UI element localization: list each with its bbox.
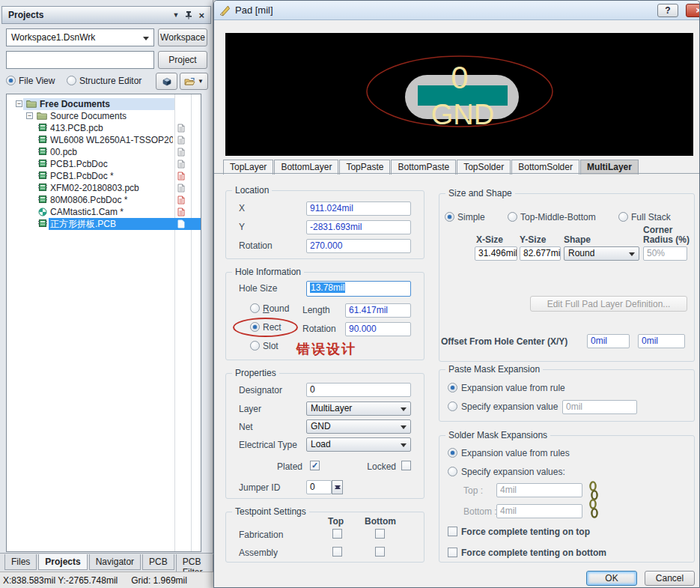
- close-button[interactable]: ×: [686, 4, 700, 17]
- hole-size-label: Hole Size: [239, 283, 277, 294]
- fabrication-label: Fabrication: [239, 530, 283, 540]
- doc-status-icon: [177, 160, 185, 169]
- fabrication-top-checkbox[interactable]: [332, 529, 342, 539]
- tree-item[interactable]: PCB1.PcbDoc *: [7, 170, 201, 182]
- tree-item[interactable]: 00.pcb: [7, 146, 201, 158]
- y-size-input[interactable]: 82.677mil: [520, 246, 561, 261]
- tree-group-row[interactable]: − Source Documents: [7, 110, 201, 122]
- panel-menu-chevron-down-icon[interactable]: ▼: [172, 11, 179, 19]
- designator-input[interactable]: 0: [306, 383, 411, 397]
- full-stack-radio[interactable]: [618, 212, 628, 222]
- solder-expansion-from-rules-radio[interactable]: [448, 448, 457, 458]
- rect-annotation-ellipse: [233, 318, 298, 337]
- tree-item[interactable]: 80M0806.PcbDoc *: [7, 194, 201, 206]
- hole-slot-radio[interactable]: [250, 341, 260, 351]
- layer-label: Layer: [239, 404, 261, 414]
- error-design-annotation: 错误设计: [296, 340, 356, 358]
- layer-tab-toppaste[interactable]: TopPaste: [339, 160, 390, 175]
- open-folder-icon-button[interactable]: ▼: [180, 73, 208, 90]
- pcb-doc-icon: [38, 219, 47, 227]
- paste-expansion-from-rule-radio[interactable]: [448, 383, 457, 392]
- hole-size-input[interactable]: 13.78mil: [306, 281, 411, 297]
- box-icon: [162, 77, 172, 86]
- jumper-id-input[interactable]: 0: [306, 480, 332, 494]
- fabrication-bottom-checkbox[interactable]: [375, 529, 385, 539]
- plated-checkbox[interactable]: ✓: [310, 461, 320, 470]
- project-search-input[interactable]: [6, 51, 154, 69]
- hole-round-radio[interactable]: [250, 303, 260, 313]
- doc-status-icon: [177, 148, 185, 157]
- y-input[interactable]: -2831.693mil: [306, 220, 411, 234]
- testpoint-bottom-header: Bottom: [365, 516, 396, 527]
- assembly-bottom-checkbox[interactable]: [375, 547, 385, 557]
- workspace-dropdown[interactable]: Workspace1.DsnWrk: [6, 28, 154, 46]
- box-icon-button[interactable]: [156, 73, 177, 90]
- pad-designator-text: 0: [451, 60, 468, 95]
- structure-editor-radio[interactable]: [67, 76, 76, 85]
- doc-status-icon: [177, 207, 185, 216]
- cancel-button[interactable]: Cancel: [645, 571, 695, 586]
- help-button[interactable]: ?: [657, 4, 678, 17]
- shape-dropdown[interactable]: Round: [564, 246, 639, 261]
- project-button[interactable]: Project: [158, 51, 207, 69]
- rotation-input[interactable]: 270.000: [306, 239, 411, 253]
- layer-dropdown[interactable]: MultiLayer: [306, 401, 411, 416]
- panel-close-icon[interactable]: ×: [198, 10, 204, 21]
- tab-files[interactable]: Files: [4, 554, 37, 570]
- electrical-type-dropdown[interactable]: Load: [306, 437, 411, 452]
- tab-projects[interactable]: Projects: [38, 554, 87, 570]
- tenting-top-checkbox[interactable]: [448, 527, 457, 536]
- tree-item[interactable]: 413.PCB.pcb: [7, 122, 201, 134]
- tree-item[interactable]: CAMtastic1.Cam *: [7, 206, 201, 218]
- offset-x-input[interactable]: 0mil: [587, 334, 630, 348]
- tree-root-row[interactable]: − Free Documents: [7, 98, 201, 110]
- x-size-input[interactable]: 31.496mil: [475, 246, 517, 261]
- layer-tab-topsolder[interactable]: TopSolder: [457, 160, 511, 175]
- tenting-bottom-checkbox[interactable]: [448, 548, 457, 557]
- collapse-icon[interactable]: −: [16, 100, 22, 107]
- paste-specify-expansion-radio[interactable]: [448, 401, 457, 411]
- tree-item-selected[interactable]: 正方形拼板.PCB: [7, 218, 201, 230]
- file-view-radio[interactable]: [6, 76, 16, 85]
- tab-pcb[interactable]: PCB: [142, 554, 174, 570]
- chevron-down-icon: [143, 37, 149, 43]
- pin-icon[interactable]: [185, 10, 192, 19]
- link-chain-icon[interactable]: [588, 481, 599, 520]
- solder-top-input[interactable]: 4mil: [496, 483, 582, 497]
- file-view-label: File View: [19, 76, 55, 86]
- paste-expansion-value-input[interactable]: 0mil: [562, 400, 637, 414]
- offset-y-input[interactable]: 0mil: [638, 334, 685, 348]
- pad-net-text: GND: [431, 99, 494, 130]
- simple-radio[interactable]: [445, 212, 454, 222]
- layer-tab-bottomlayer[interactable]: BottomLayer: [274, 160, 338, 175]
- x-input[interactable]: 911.024mil: [306, 201, 411, 216]
- assembly-top-checkbox[interactable]: [332, 547, 342, 557]
- tree-item[interactable]: PCB1.PcbDoc: [7, 158, 201, 170]
- tab-navigator[interactable]: Navigator: [89, 554, 141, 570]
- dialog-title-bar[interactable]: Pad [mil]: [214, 1, 699, 20]
- folder-icon: [26, 100, 37, 108]
- layer-tab-multilayer[interactable]: MultiLayer: [580, 160, 639, 175]
- layer-tab-bottompaste[interactable]: BottomPaste: [391, 160, 456, 175]
- tree-item[interactable]: XFM02-20180803.pcb: [7, 182, 201, 194]
- jumper-id-stepper[interactable]: [332, 480, 343, 494]
- top-middle-bottom-radio[interactable]: [508, 212, 517, 222]
- collapse-icon[interactable]: −: [26, 112, 33, 119]
- testpoint-group-title: Testpoint Settings: [232, 506, 309, 517]
- tree-item[interactable]: WL6008 WL2650A1-TSSOP20 V: [7, 134, 201, 146]
- net-dropdown[interactable]: GND: [306, 419, 411, 434]
- solder-specify-expansion-radio[interactable]: [448, 467, 457, 476]
- down-arrow-icon[interactable]: [335, 485, 341, 492]
- locked-checkbox[interactable]: [401, 461, 411, 470]
- status-grid: Grid: 1.969mil: [131, 575, 187, 586]
- solder-bottom-input[interactable]: 4mil: [496, 504, 582, 518]
- edit-full-pad-layer-button[interactable]: Edit Full Pad Layer Definition...: [530, 296, 687, 312]
- workspace-button[interactable]: Workspace: [158, 28, 207, 46]
- layer-tab-toplayer[interactable]: TopLayer: [223, 160, 273, 175]
- hole-rotation-input[interactable]: 90.000: [345, 322, 411, 336]
- ok-button[interactable]: OK: [586, 571, 637, 586]
- corner-radius-input[interactable]: 50%: [643, 246, 687, 261]
- testpoint-top-header: Top: [328, 516, 344, 527]
- layer-tab-bottomsolder[interactable]: BottomSolder: [511, 160, 579, 175]
- length-input[interactable]: 61.417mil: [345, 303, 411, 318]
